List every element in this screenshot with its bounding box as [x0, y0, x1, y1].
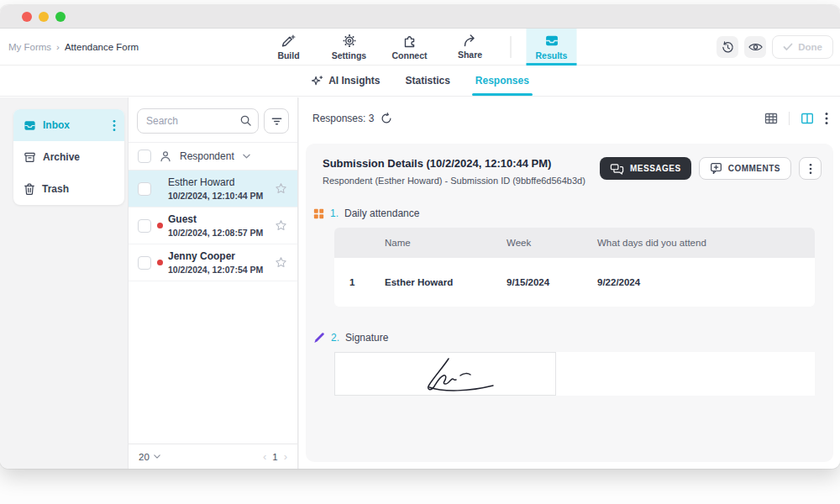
unread-dot-slot — [151, 260, 168, 265]
table-cell-days: 9/22/2024 — [597, 277, 815, 287]
inbox-options-kebab-icon[interactable] — [113, 119, 116, 132]
chevron-down-icon[interactable] — [243, 154, 250, 159]
submission-header-text: Submission Details (10/2/2024, 12:10:44 … — [323, 157, 585, 186]
list-pagination: 20 ‹ 1 › — [129, 444, 297, 469]
filter-icon — [270, 115, 283, 128]
puzzle-icon — [402, 34, 417, 48]
subnav-statistics[interactable]: Statistics — [405, 66, 449, 96]
check-icon — [783, 43, 793, 51]
submission-date: 10/2/2024, 12:07:54 PM — [168, 265, 271, 275]
submission-date: 10/2/2024, 12:10:44 PM — [168, 191, 271, 201]
row-text: Esther Howard 10/2/2024, 12:10:44 PM — [168, 176, 271, 201]
row-checkbox[interactable] — [138, 182, 151, 196]
minimize-window-icon[interactable] — [39, 12, 49, 22]
breadcrumb-form-title: Attendance Form — [65, 42, 139, 52]
next-page-icon[interactable]: › — [284, 450, 287, 463]
submission-options-button[interactable] — [799, 157, 822, 180]
submission-rows: Esther Howard 10/2/2024, 12:10:44 PM Gue… — [129, 171, 297, 281]
row-checkbox[interactable] — [138, 256, 151, 270]
subnav-responses[interactable]: Responses — [475, 66, 529, 96]
history-clock-icon — [722, 41, 734, 54]
preview-button[interactable] — [744, 36, 766, 58]
select-all-checkbox[interactable] — [138, 150, 151, 163]
signature-stroke — [335, 353, 555, 395]
breadcrumb-my-forms[interactable]: My Forms — [8, 42, 51, 52]
subnav-ai-insights[interactable]: AI Insights — [311, 66, 380, 96]
prev-page-icon[interactable]: ‹ — [263, 450, 266, 463]
page-size-dropdown[interactable]: 20 — [139, 452, 160, 462]
responses-toolbar: Responses: 3 — [299, 97, 840, 136]
tab-share[interactable]: Share — [445, 29, 496, 66]
revision-history-button[interactable] — [717, 36, 738, 58]
respondent-name: Guest — [168, 213, 271, 225]
maximize-window-icon[interactable] — [55, 12, 66, 22]
tab-settings-label: Settings — [332, 50, 366, 60]
question-2: 2. Signature — [313, 332, 827, 344]
window-titlebar — [0, 5, 840, 29]
toolbar-divider — [789, 112, 790, 125]
sparkle-icon — [311, 75, 323, 87]
table-cell-index: 1 — [334, 277, 385, 287]
sidebar-item-archive[interactable]: Archive — [13, 141, 124, 173]
tab-results-label: Results — [536, 50, 568, 60]
star-icon[interactable] — [275, 219, 287, 232]
submission-actions: MESSAGES COMMENTS — [600, 157, 822, 180]
list-item-guest[interactable]: Guest 10/2/2024, 12:08:57 PM — [129, 207, 297, 244]
main-nav-tabs: Build Settings — [259, 29, 582, 66]
eye-icon — [748, 42, 763, 52]
sidebar-item-inbox-label: Inbox — [43, 119, 70, 131]
star-icon[interactable] — [275, 182, 287, 195]
question-2-label: Signature — [345, 332, 388, 344]
header-actions: Done — [717, 29, 833, 66]
respondent-column-label[interactable]: Respondent — [180, 150, 234, 162]
table-cell-week: 9/15/2024 — [507, 277, 597, 287]
tab-results[interactable]: Results — [527, 29, 577, 66]
close-window-icon[interactable] — [22, 12, 32, 22]
tab-build-label: Build — [277, 50, 299, 60]
tab-connect-label: Connect — [392, 50, 428, 60]
submission-title: Submission Details (10/2/2024, 12:10:44 … — [323, 157, 585, 170]
attendance-table-header: Name Week What days did you attend — [334, 228, 815, 258]
submission-detail-card: Submission Details (10/2/2024, 12:10:44 … — [306, 144, 833, 462]
build-pencil-icon — [281, 34, 297, 48]
attendance-table-row: 1 Esther Howard 9/15/2024 9/22/2024 — [334, 258, 815, 307]
star-icon[interactable] — [275, 256, 287, 269]
pen-icon — [313, 332, 325, 344]
comments-button[interactable]: COMMENTS — [699, 157, 791, 180]
refresh-icon[interactable] — [381, 113, 392, 124]
respondent-name: Esther Howard — [168, 176, 271, 188]
chat-bubbles-icon — [610, 163, 624, 175]
question-1: 1. Daily attendance — [313, 207, 827, 219]
comments-button-label: COMMENTS — [728, 164, 780, 173]
sidebar-item-trash[interactable]: Trash — [13, 173, 124, 205]
list-item-esther-howard[interactable]: Esther Howard 10/2/2024, 12:10:44 PM — [129, 171, 297, 207]
content-area: Inbox Archive — [0, 97, 840, 469]
sidebar-item-inbox[interactable]: Inbox — [13, 109, 124, 141]
more-options-kebab-icon[interactable] — [825, 112, 828, 125]
question-2-number: 2. — [331, 332, 339, 344]
tab-connect[interactable]: Connect — [385, 29, 435, 66]
done-button[interactable]: Done — [772, 35, 833, 59]
row-text: Guest 10/2/2024, 12:08:57 PM — [168, 213, 271, 238]
sidebar-item-archive-label: Archive — [43, 151, 80, 163]
table-view-icon[interactable] — [764, 112, 778, 125]
split-view-icon[interactable] — [801, 112, 814, 125]
question-1-number: 1. — [330, 207, 339, 219]
subnav-ai-insights-label: AI Insights — [328, 75, 380, 87]
messages-button[interactable]: MESSAGES — [600, 157, 691, 180]
tab-build[interactable]: Build — [264, 29, 314, 66]
subnav-statistics-label: Statistics — [405, 75, 449, 87]
tab-settings[interactable]: Settings — [324, 29, 375, 66]
table-header-days: What days did you attend — [597, 238, 815, 248]
row-checkbox[interactable] — [138, 219, 151, 233]
inbox-icon — [24, 119, 36, 132]
list-searchbar — [129, 97, 297, 142]
list-item-jenny-cooper[interactable]: Jenny Cooper 10/2/2024, 12:07:54 PM — [129, 244, 297, 281]
trash-icon — [24, 183, 35, 196]
submission-header: Submission Details (10/2/2024, 12:10:44 … — [323, 157, 822, 186]
filter-button[interactable] — [264, 108, 289, 134]
submissions-list-panel: Respondent Esther Howard 10/2/2024, 12:1… — [128, 97, 298, 469]
gear-icon — [342, 34, 356, 48]
breadcrumb: My Forms › Attendance Form — [8, 29, 139, 66]
submission-subtitle: Respondent (Esther Howard) - Submission … — [323, 176, 585, 186]
